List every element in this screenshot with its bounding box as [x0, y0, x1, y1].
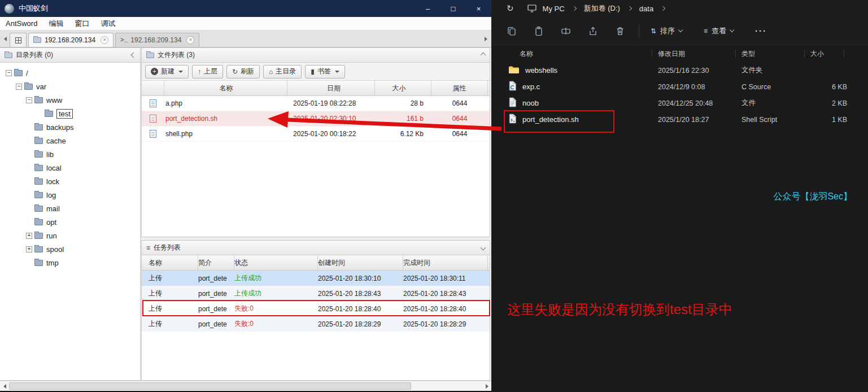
minimize-button[interactable]: – [415, 0, 440, 17]
file-column-name[interactable]: 名称 [164, 81, 287, 95]
task-row[interactable]: 上传 port_dete 上传成功 2025-01-20 18:28:43 20… [142, 286, 490, 301]
task-column-status[interactable]: 状态 [234, 255, 318, 270]
explorer-column-size[interactable]: 大小 [810, 45, 850, 62]
menu-item-edit[interactable]: 编辑 [43, 19, 69, 29]
tree-item-test[interactable]: test [1, 107, 139, 120]
scrollbar-thumb[interactable] [9, 382, 411, 390]
tab-close-icon[interactable]: × [186, 36, 194, 44]
menu-item-window[interactable]: 窗口 [69, 19, 95, 29]
task-column-name[interactable]: 名称 [142, 255, 198, 270]
view-button-label: 查看 [712, 26, 726, 36]
tab-grid-button[interactable] [10, 33, 27, 47]
file-row-port-detection-sh[interactable]: port_detection.sh 2025-01-20 02:30:10 16… [142, 111, 490, 127]
bookmark-button[interactable]: ▮ 书签 [305, 65, 345, 79]
tab-file-manager[interactable]: 192.168.209.134 × [28, 33, 114, 47]
horizontal-scrollbar[interactable] [0, 381, 491, 391]
tab-terminal[interactable]: >_ 192.168.209.134 × [115, 33, 199, 47]
tree-item-lock[interactable]: lock [1, 175, 139, 188]
file-column-icon-header[interactable] [142, 81, 164, 95]
tree-item-root[interactable]: − / [1, 66, 139, 80]
directory-panel-header[interactable]: 目录列表 (0) [0, 48, 140, 63]
tab-scroll-right-button[interactable] [482, 31, 490, 47]
collapse-toggle-icon[interactable]: − [26, 97, 32, 103]
collapse-toggle-icon[interactable]: − [16, 84, 22, 90]
folder-icon [34, 192, 43, 198]
task-column-brief[interactable]: 简介 [198, 255, 234, 270]
copy-icon[interactable] [507, 26, 517, 36]
php-file-icon [150, 130, 156, 138]
tree-item-backups[interactable]: backups [1, 120, 139, 134]
folder-icon [45, 111, 53, 117]
tree-item-label: tmp [46, 259, 59, 267]
chevron-left-icon [4, 37, 7, 41]
task-cell-brief: port_dete [198, 305, 234, 313]
task-column-finished[interactable]: 完成时间 [403, 255, 488, 270]
close-button[interactable]: × [466, 0, 491, 17]
more-options-button[interactable]: ··· [755, 26, 767, 36]
scroll-left-button[interactable] [0, 381, 9, 391]
explorer-row-noob[interactable]: noob 2024/12/25 20:48 文件 2 KB [491, 95, 868, 111]
task-row[interactable]: 上传 port_dete 失败:0 2025-01-20 18:28:40 20… [142, 301, 490, 316]
up-level-button[interactable]: ↑ 上层 [192, 65, 223, 79]
file-list-panel: 文件列表 (3) + 新建 ↑ 上层 ↻ 刷新 [141, 47, 490, 237]
collapse-panel-icon[interactable] [481, 245, 486, 251]
share-icon[interactable] [588, 26, 598, 36]
rename-icon[interactable] [561, 26, 571, 36]
tree-item-mail[interactable]: mail [1, 202, 139, 215]
tree-item-local[interactable]: local [1, 161, 139, 175]
collapse-panel-icon[interactable] [131, 53, 137, 58]
sort-button[interactable]: ⇅ 排序 [651, 26, 682, 36]
breadcrumb-data[interactable]: data [638, 5, 655, 13]
explorer-row-webshells[interactable]: webshells 2025/1/16 22:30 文件夹 [491, 62, 868, 79]
file-column-date[interactable]: 日期 [287, 81, 375, 95]
tree-item-opt[interactable]: opt [1, 215, 139, 229]
tree-item-log[interactable]: log [1, 188, 139, 202]
chevron-right-icon [627, 6, 632, 11]
paste-icon[interactable] [534, 26, 544, 36]
explorer-column-name[interactable]: 名称 [520, 45, 658, 62]
explorer-column-type[interactable]: 类型 [741, 45, 810, 62]
explorer-row-exp-c[interactable]: exp.c 2024/12/9 0:08 C Source 6 KB [491, 79, 868, 95]
tree-item-spool[interactable]: + spool [1, 242, 139, 256]
menu-item-debug[interactable]: 调试 [95, 19, 121, 29]
folder-icon [34, 97, 43, 103]
delete-icon[interactable] [615, 26, 625, 36]
task-row[interactable]: 上传 port_dete 上传成功 2025-01-20 18:30:10 20… [142, 271, 490, 286]
refresh-button[interactable]: ↻ 刷新 [226, 65, 260, 79]
explorer-file-name: webshells [525, 66, 557, 75]
task-cell-name: 上传 [142, 273, 198, 283]
tab-scroll-left-button[interactable] [1, 31, 10, 47]
breadcrumb-my-pc[interactable]: My PC [542, 5, 566, 13]
file-column-size[interactable]: 大小 [375, 81, 431, 95]
tree-item-var[interactable]: − var [1, 80, 139, 93]
home-directory-button[interactable]: ⌂ 主目录 [263, 65, 302, 79]
tree-item-run[interactable]: + run [1, 229, 139, 242]
refresh-icon[interactable]: ↻ [507, 3, 514, 14]
new-button[interactable]: + 新建 [145, 65, 189, 79]
menu-item-antsword[interactable]: AntSword [0, 19, 43, 28]
file-panel-header[interactable]: 文件列表 (3) [142, 48, 490, 63]
task-panel-header[interactable]: ≡ 任务列表 [142, 241, 490, 255]
task-row[interactable]: 上传 port_dete 失败:0 2025-01-20 18:28:29 20… [142, 316, 490, 332]
expand-toggle-icon[interactable]: + [26, 246, 32, 252]
view-button[interactable]: ≡ 查看 [704, 26, 734, 36]
collapse-panel-icon[interactable] [481, 53, 486, 58]
tree-item-lib[interactable]: lib [1, 147, 139, 161]
tree-item-www[interactable]: − www [1, 93, 139, 107]
maximize-button[interactable]: □ [440, 0, 466, 17]
file-row-a-php[interactable]: a.php 2025-01-19 08:22:28 28 b 0644 [142, 96, 490, 111]
breadcrumb-drive-d[interactable]: 新加卷 (D:) [583, 3, 621, 14]
tree-item-tmp[interactable]: tmp [1, 256, 139, 269]
view-list-icon: ≡ [704, 27, 708, 35]
file-row-shell-php[interactable]: shell.php 2025-01-20 00:18:22 6.12 Kb 06… [142, 127, 490, 142]
expand-toggle-icon[interactable]: + [26, 233, 32, 239]
collapse-toggle-icon[interactable]: − [6, 70, 12, 76]
task-column-created[interactable]: 创建时间 [318, 255, 403, 270]
file-column-attr[interactable]: 属性 [431, 81, 488, 95]
tree-item-cache[interactable]: cache [1, 134, 139, 147]
tab-close-icon[interactable]: × [101, 36, 108, 44]
explorer-column-date[interactable]: 修改日期 [658, 45, 741, 62]
explorer-row-port-detection-sh[interactable]: port_detection.sh 2025/1/20 18:27 Shell … [491, 111, 868, 128]
scroll-right-button[interactable] [482, 381, 491, 391]
chevron-right-icon [486, 384, 488, 389]
